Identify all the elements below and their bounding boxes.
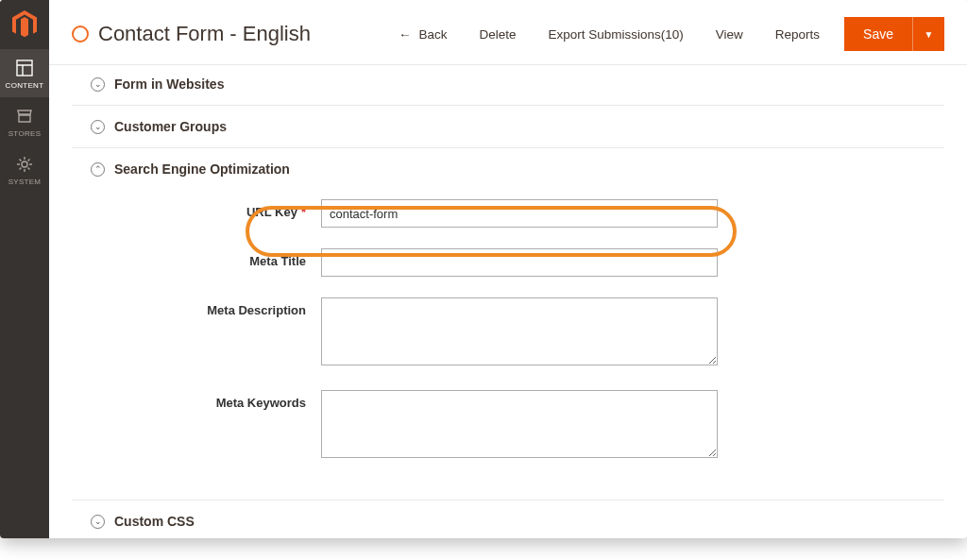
save-button[interactable]: Save [844, 17, 912, 51]
section-title: Form in Websites [114, 76, 224, 92]
sidebar-item-label: SYSTEM [8, 178, 42, 186]
svg-rect-0 [17, 60, 32, 76]
view-button[interactable]: View [708, 22, 751, 47]
field-row-meta-description: Meta Description [94, 297, 922, 369]
field-row-meta-keywords: Meta Keywords [94, 390, 922, 462]
chevron-down-icon: ⌄ [91, 77, 105, 92]
chevron-down-icon: ⌄ [91, 120, 105, 134]
chevron-down-icon: ⌄ [91, 515, 105, 529]
field-row-url-key: URL Key* [94, 199, 922, 228]
stores-icon [15, 107, 34, 126]
meta-keywords-input[interactable] [321, 390, 718, 458]
meta-title-input[interactable] [321, 248, 718, 277]
url-key-label: URL Key* [94, 199, 321, 219]
reports-button[interactable]: Reports [768, 22, 827, 47]
section-customer-groups: ⌄ Customer Groups [72, 105, 944, 147]
back-button[interactable]: Back [391, 22, 455, 47]
meta-description-input[interactable] [321, 297, 718, 365]
admin-sidebar: CONTENT STORES SYSTEM [0, 0, 49, 538]
export-submissions-button[interactable]: Export Submissions(10) [540, 22, 690, 47]
svg-point-3 [22, 161, 27, 167]
sidebar-item-label: STORES [8, 129, 42, 138]
meta-keywords-label: Meta Keywords [94, 390, 321, 410]
section-seo: ⌃ Search Engine Optimization URL Key* Me… [72, 147, 944, 500]
section-title: Custom CSS [114, 514, 195, 529]
section-toggle-seo[interactable]: ⌃ Search Engine Optimization [72, 161, 944, 177]
delete-button[interactable]: Delete [471, 22, 523, 47]
magento-logo-icon [12, 10, 37, 39]
section-form-in-websites: ⌄ Form in Websites [72, 73, 944, 105]
url-key-input[interactable] [321, 199, 718, 228]
sidebar-item-system[interactable]: SYSTEM [0, 145, 49, 194]
magento-logo [0, 0, 49, 49]
form-icon [72, 25, 89, 42]
meta-description-label: Meta Description [94, 297, 321, 317]
page-header: Contact Form - English Back Delete Expor… [49, 0, 967, 65]
sidebar-item-label: CONTENT [6, 81, 44, 90]
section-toggle-custom-css[interactable]: ⌄ Custom CSS [72, 514, 944, 529]
section-custom-css: ⌄ Custom CSS [72, 500, 944, 538]
save-dropdown-button[interactable] [912, 17, 944, 51]
page-title: Contact Form - English [98, 22, 382, 46]
chevron-up-icon: ⌃ [91, 162, 105, 177]
section-toggle-customer-groups[interactable]: ⌄ Customer Groups [72, 119, 944, 134]
content-icon [15, 59, 34, 77]
meta-title-label: Meta Title [94, 248, 321, 268]
sidebar-item-content[interactable]: CONTENT [0, 49, 49, 97]
section-title: Customer Groups [114, 119, 227, 134]
sidebar-item-stores[interactable]: STORES [0, 97, 49, 145]
section-toggle-form-in-websites[interactable]: ⌄ Form in Websites [72, 76, 944, 92]
gear-icon [15, 155, 34, 174]
field-row-meta-title: Meta Title [94, 248, 922, 277]
section-title: Search Engine Optimization [114, 161, 290, 177]
